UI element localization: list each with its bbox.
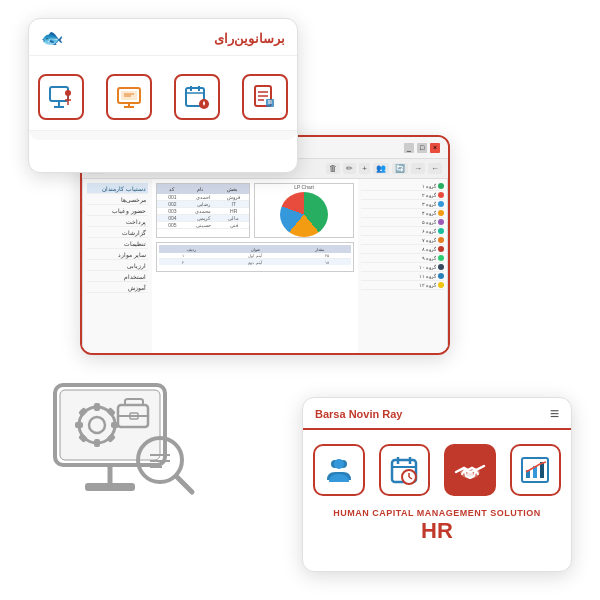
right-dot xyxy=(438,255,444,261)
cell: محمدی xyxy=(188,208,219,214)
svg-point-48 xyxy=(334,459,344,469)
hcm-icon-people[interactable] xyxy=(313,444,365,496)
cell: 002 xyxy=(157,201,188,207)
table-row[interactable]: 005 حسینی فنی xyxy=(157,222,249,229)
right-text: گروه ۹ xyxy=(422,255,436,261)
svg-rect-27 xyxy=(85,483,135,491)
toolbar-btn-5[interactable]: + xyxy=(359,163,370,174)
persian-card: برسانوین‌رای 🐟 xyxy=(28,18,298,173)
pie-chart xyxy=(280,192,328,237)
persian-icon-4[interactable] xyxy=(242,74,288,120)
sidebar-item-6[interactable]: تنظیمات xyxy=(87,238,148,249)
right-item-7: گروه ۷ xyxy=(361,236,444,245)
hcm-icon-calendar[interactable] xyxy=(379,444,431,496)
sidebar-item-2[interactable]: مرخصی‌ها xyxy=(87,194,148,205)
right-dot xyxy=(438,246,444,252)
right-text: گروه ۳ xyxy=(422,201,436,207)
chart-svg xyxy=(519,454,551,486)
right-dot xyxy=(438,201,444,207)
sidebar-item-3[interactable]: حضور و غیاب xyxy=(87,205,148,216)
col-name: نام xyxy=(197,186,203,192)
hcm-menu-icon[interactable]: ≡ xyxy=(550,406,559,422)
document-svg xyxy=(251,83,279,111)
computer-svg xyxy=(30,375,210,535)
table-row[interactable]: 001 احمدی فروش xyxy=(157,194,249,201)
svg-line-42 xyxy=(177,477,192,492)
persian-card-header: برسانوین‌رای 🐟 xyxy=(29,19,297,56)
right-dot xyxy=(438,219,444,225)
cell: احمدی xyxy=(188,194,219,200)
sidebar-item-10[interactable]: آموزش xyxy=(87,282,148,293)
persian-title: برسانوین‌رای xyxy=(214,31,285,46)
persian-icon-1[interactable] xyxy=(38,74,84,120)
sidebar-item-7[interactable]: سایر موارد xyxy=(87,249,148,260)
hcm-subtitle: HUMAN CAPITAL MANAGEMENT SOLUTION xyxy=(303,508,571,518)
fish-icon: 🐟 xyxy=(41,27,63,49)
right-dot xyxy=(438,210,444,216)
dashboard-right-panel: گروه ۱ گروه ۲ گروه ۳ گروه ۴ گروه ۵ گروه … xyxy=(358,179,448,353)
right-dot xyxy=(438,183,444,189)
cell: IT xyxy=(218,201,249,207)
right-dot xyxy=(438,192,444,198)
sidebar-item-5[interactable]: گزارشات xyxy=(87,227,148,238)
table-row[interactable]: 002 رضایی IT xyxy=(157,201,249,208)
sidebar-item-8[interactable]: ارزیابی xyxy=(87,260,148,271)
right-text: گروه ۷ xyxy=(422,237,436,243)
handshake-svg xyxy=(454,454,486,486)
right-item-9: گروه ۹ xyxy=(361,254,444,263)
right-dot xyxy=(438,273,444,279)
calendar-drop-svg xyxy=(183,83,211,111)
hcm-brand: Barsa Novin Ray xyxy=(315,408,402,420)
sidebar-item-9[interactable]: استخدام xyxy=(87,271,148,282)
svg-rect-31 xyxy=(94,439,100,447)
hcm-icon-chart[interactable] xyxy=(510,444,562,496)
sidebar-item-1[interactable]: دستیاب کارمندان xyxy=(87,183,148,194)
cell: 004 xyxy=(157,215,188,221)
cell: مالی xyxy=(218,215,249,221)
svg-rect-32 xyxy=(75,422,83,428)
right-item-2: گروه ۲ xyxy=(361,191,444,200)
monitor-svg xyxy=(115,83,143,111)
cell: 005 xyxy=(157,222,188,228)
cell: کریمی xyxy=(188,215,219,221)
minimize-btn[interactable]: _ xyxy=(404,143,414,153)
right-item-6: گروه ۶ xyxy=(361,227,444,236)
persian-icon-3[interactable] xyxy=(174,74,220,120)
table-header: کد نام بخش xyxy=(157,184,249,194)
sidebar-item-4[interactable]: پرداخت xyxy=(87,216,148,227)
toolbar-btn-6[interactable]: ✏ xyxy=(343,163,356,174)
close-btn[interactable]: × xyxy=(430,143,440,153)
dashboard-chart: LP Chart xyxy=(254,183,354,238)
dashboard-body: دستیاب کارمندان مرخصی‌ها حضور و غیاب پرد… xyxy=(82,179,448,353)
maximize-btn[interactable]: □ xyxy=(417,143,427,153)
right-item-11: گروه ۱۱ xyxy=(361,272,444,281)
right-text: گروه ۸ xyxy=(422,246,436,252)
toolbar-btn-7[interactable]: 🗑 xyxy=(326,163,340,174)
table-row[interactable]: 004 کریمی مالی xyxy=(157,215,249,222)
right-text: گروه ۲ xyxy=(422,192,436,198)
right-item-10: گروه ۱۰ xyxy=(361,263,444,272)
right-dot xyxy=(438,228,444,234)
toolbar-btn-3[interactable]: 🔄 xyxy=(392,163,408,174)
hcm-title: HR xyxy=(303,518,571,544)
cell: رضایی xyxy=(188,201,219,207)
toolbar-btn-1[interactable]: ← xyxy=(428,163,442,174)
col-dept: بخش xyxy=(227,186,237,192)
right-item-1: گروه ۱ xyxy=(361,182,444,191)
cell: 001 xyxy=(157,194,188,200)
right-dot xyxy=(438,282,444,288)
icon-calendar-drop xyxy=(174,74,220,120)
cell: حسینی xyxy=(188,222,219,228)
right-text: گروه ۵ xyxy=(422,219,436,225)
hcm-header: Barsa Novin Ray ≡ xyxy=(303,398,571,430)
toolbar-btn-2[interactable]: → xyxy=(411,163,425,174)
computer-illustration xyxy=(30,375,210,535)
table-row[interactable]: 003 محمدی HR xyxy=(157,208,249,215)
toolbar-btn-4[interactable]: 👥 xyxy=(373,163,389,174)
hcm-icon-handshake[interactable] xyxy=(444,444,496,496)
persian-icon-2[interactable] xyxy=(106,74,152,120)
right-text: گروه ۱۰ xyxy=(419,264,436,270)
people-svg xyxy=(323,454,355,486)
right-dot xyxy=(438,237,444,243)
right-text: گروه ۱ xyxy=(422,183,436,189)
